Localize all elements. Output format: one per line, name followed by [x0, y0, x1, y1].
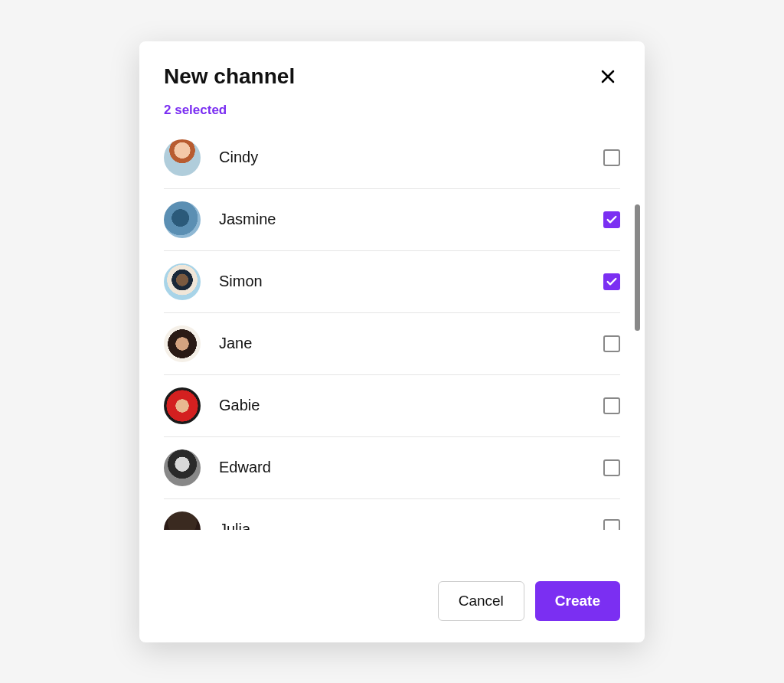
user-name: Jasmine	[219, 211, 603, 228]
user-name: Cindy	[219, 149, 603, 166]
avatar	[164, 511, 201, 530]
new-channel-modal: New channel 2 selected CindyJasmineSimon…	[139, 41, 645, 642]
avatar	[164, 387, 201, 424]
avatar	[164, 263, 201, 300]
user-item[interactable]: Jane	[164, 313, 620, 375]
modal-title: New channel	[164, 64, 295, 89]
scrollbar-thumb[interactable]	[635, 204, 640, 331]
user-name: Edward	[219, 459, 603, 476]
user-item[interactable]: Simon	[164, 251, 620, 313]
avatar	[164, 449, 201, 486]
user-name: Julia	[219, 521, 603, 530]
user-name: Simon	[219, 273, 603, 290]
close-icon	[599, 67, 617, 86]
user-name: Jane	[219, 335, 603, 352]
user-item[interactable]: Edward	[164, 437, 620, 499]
user-item[interactable]: Cindy	[164, 132, 620, 189]
create-button[interactable]: Create	[535, 581, 620, 621]
user-checkbox[interactable]	[603, 459, 620, 476]
user-checkbox[interactable]	[603, 149, 620, 166]
avatar	[164, 139, 201, 176]
avatar	[164, 325, 201, 362]
user-checkbox[interactable]	[603, 273, 620, 290]
user-checkbox[interactable]	[603, 335, 620, 352]
user-item[interactable]: Gabie	[164, 375, 620, 437]
close-button[interactable]	[596, 64, 620, 89]
user-list[interactable]: CindyJasmineSimonJaneGabieEdwardJulia	[164, 132, 620, 560]
user-checkbox[interactable]	[603, 211, 620, 228]
selected-count: 2 selected	[139, 103, 645, 118]
check-icon	[606, 276, 618, 288]
cancel-button[interactable]: Cancel	[438, 581, 524, 621]
check-icon	[606, 214, 618, 226]
user-item[interactable]: Jasmine	[164, 189, 620, 251]
user-list-wrapper: CindyJasmineSimonJaneGabieEdwardJulia	[139, 132, 645, 560]
user-item[interactable]: Julia	[164, 499, 620, 530]
user-checkbox[interactable]	[603, 397, 620, 414]
modal-footer: Cancel Create	[139, 560, 645, 621]
user-name: Gabie	[219, 397, 603, 414]
avatar	[164, 201, 201, 238]
user-checkbox[interactable]	[603, 519, 620, 530]
modal-header: New channel	[139, 64, 645, 89]
